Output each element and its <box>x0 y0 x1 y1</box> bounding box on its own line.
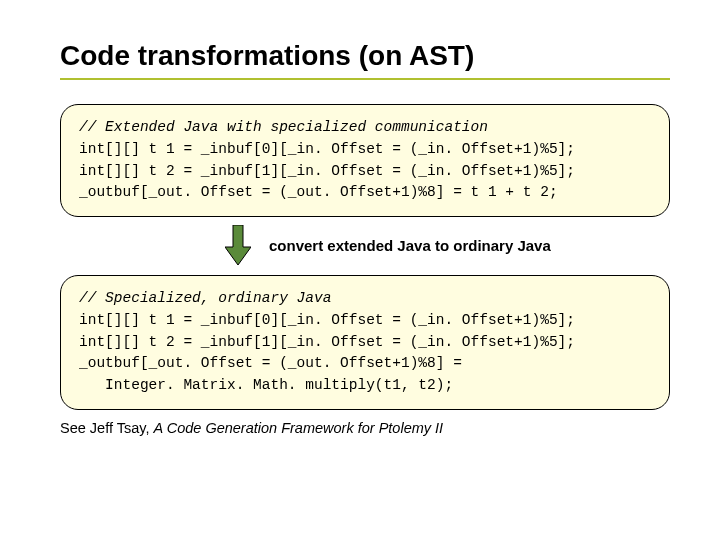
arrow-label: convert extended Java to ordinary Java <box>269 237 551 254</box>
code-comment: // Specialized, ordinary Java <box>79 290 331 306</box>
down-arrow-icon <box>225 225 251 265</box>
code-box-extended-java: // Extended Java with specialized commun… <box>60 104 670 217</box>
code-line: _outbuf[_out. Offset = (_out. Offset+1)%… <box>79 184 558 200</box>
footnote-author: Jeff Tsay <box>90 420 146 436</box>
title-underline <box>60 78 670 80</box>
footnote-prefix: See <box>60 420 90 436</box>
code-comment: // Extended Java with specialized commun… <box>79 119 488 135</box>
code-line: _outbuf[_out. Offset = (_out. Offset+1)%… <box>79 355 462 371</box>
code-line: Integer. Matrix. Math. multiply(t1, t2); <box>79 377 453 393</box>
footnote-work: A Code Generation Framework for Ptolemy … <box>154 420 444 436</box>
code-line: int[][] t 2 = _inbuf[1][_in. Offset = (_… <box>79 163 575 179</box>
slide-title: Code transformations (on AST) <box>60 40 670 72</box>
footnote-sep: , <box>145 420 153 436</box>
code-box-ordinary-java: // Specialized, ordinary Java int[][] t … <box>60 275 670 410</box>
code-line: int[][] t 1 = _inbuf[0][_in. Offset = (_… <box>79 141 575 157</box>
code-line: int[][] t 1 = _inbuf[0][_in. Offset = (_… <box>79 312 575 328</box>
code-line: int[][] t 2 = _inbuf[1][_in. Offset = (_… <box>79 334 575 350</box>
arrow-row: convert extended Java to ordinary Java <box>60 225 670 265</box>
footnote: See Jeff Tsay, A Code Generation Framewo… <box>60 420 670 436</box>
